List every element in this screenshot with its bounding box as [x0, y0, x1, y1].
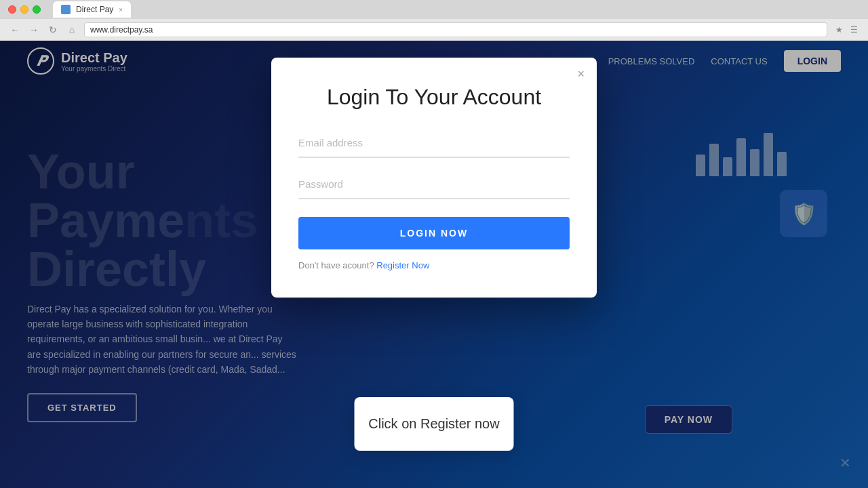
register-prompt: Don't have acount?: [298, 260, 374, 270]
tab-favicon: [61, 5, 71, 14]
maximize-window-button[interactable]: [33, 5, 41, 14]
register-text: Don't have acount? Register Now: [298, 260, 570, 270]
back-button[interactable]: ←: [8, 23, 22, 37]
bookmark-icon[interactable]: ★: [833, 24, 845, 36]
modal-close-button[interactable]: ×: [577, 67, 585, 81]
titlebar: Direct Pay ×: [0, 0, 868, 19]
tab-close-icon[interactable]: ×: [119, 6, 123, 14]
tab-title: Direct Pay: [76, 5, 113, 14]
close-window-button[interactable]: [8, 5, 16, 14]
browser-chrome: Direct Pay × ← → ↻ ⌂ www.directpay.sa ★ …: [0, 0, 868, 41]
browser-tab[interactable]: Direct Pay ×: [53, 1, 131, 18]
register-now-link[interactable]: Register Now: [376, 260, 429, 270]
refresh-button[interactable]: ↻: [46, 23, 60, 37]
website-background: 𝙋 Direct Pay Your payments Direct PROBLE…: [0, 41, 868, 488]
tooltip-text: Click on Register now: [368, 416, 499, 431]
login-now-button[interactable]: LOGIN NOW: [298, 217, 570, 249]
minimize-window-button[interactable]: [20, 5, 28, 14]
modal-title: Login To Your Account: [298, 85, 570, 110]
email-input[interactable]: [298, 129, 570, 158]
menu-icon[interactable]: ☰: [848, 24, 860, 36]
login-modal: × Login To Your Account LOGIN NOW Don't …: [271, 58, 597, 298]
password-input[interactable]: [298, 170, 570, 199]
url-text: www.directpay.sa: [90, 25, 153, 35]
forward-button[interactable]: →: [27, 23, 41, 37]
tooltip-callout: Click on Register now: [355, 397, 514, 451]
address-bar: ← → ↻ ⌂ www.directpay.sa ★ ☰: [0, 19, 868, 41]
home-button[interactable]: ⌂: [65, 23, 79, 37]
url-input[interactable]: www.directpay.sa: [84, 22, 827, 37]
